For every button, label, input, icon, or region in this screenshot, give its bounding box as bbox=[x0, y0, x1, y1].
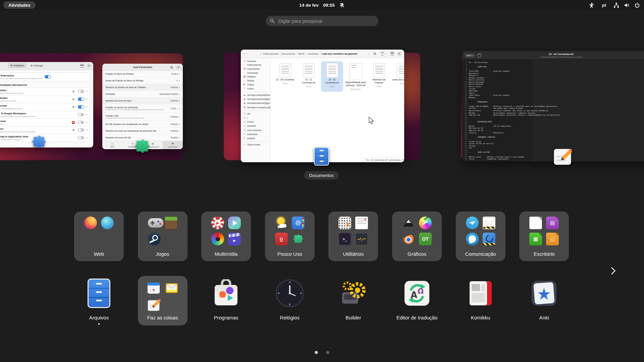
editor-path: ~/Documentos/BICM/coroinhas/Lista dos me… bbox=[540, 56, 582, 58]
app-folder-escritório[interactable]: ▤▦◱Escritório bbox=[519, 212, 569, 261]
text-editor-window-preview[interactable]: Abrir▾ 23 - 02 Coroinhas.txt ~/Documento… bbox=[462, 51, 644, 162]
sidebar-item: ◫extensions bbox=[241, 132, 270, 136]
steam-icon bbox=[148, 233, 161, 245]
home-icon: ⌂ bbox=[243, 64, 246, 66]
komikku-icon bbox=[466, 278, 496, 308]
sidebar-item: ◫/ bbox=[241, 116, 270, 120]
app-builder[interactable]: Builder bbox=[328, 276, 378, 325]
app-folder-web[interactable]: Web bbox=[74, 212, 124, 261]
app-folder-jogos[interactable]: Jogos bbox=[138, 212, 187, 261]
telegram-icon bbox=[466, 217, 479, 229]
top-bar: Atividades 14 de fev 09:55 pt bbox=[0, 0, 644, 10]
terminal-icon: >_ bbox=[338, 233, 351, 245]
gamepad-icon bbox=[148, 218, 163, 228]
minecraft-icon bbox=[165, 217, 177, 229]
jp-tab-perfil: ≡Perfil bbox=[102, 141, 122, 149]
search-bar[interactable] bbox=[266, 16, 378, 26]
keyboard-layout-indicator[interactable]: pt bbox=[602, 3, 606, 8]
home-icon: ⌂ bbox=[260, 52, 262, 55]
files-window-preview[interactable]: ‹ › ⌂Pasta pessoal/Documentos/BICM/coroi… bbox=[241, 50, 404, 162]
back-icon: ‹ bbox=[244, 52, 245, 56]
sidebar-item: ◫HD bbox=[241, 112, 270, 116]
calculator-icon bbox=[338, 217, 351, 229]
close-icon: × bbox=[397, 52, 401, 56]
app-arquivos[interactable]: Arquivos bbox=[74, 276, 124, 325]
jp-setting-row: Tamanho do Seletor de Área de TrabalhoPa… bbox=[102, 84, 183, 91]
sidebar-item: ◉henriquecamposrj@gm... bbox=[241, 97, 270, 101]
app-label: Komikku bbox=[456, 315, 505, 320]
app-komikku[interactable]: Komikku bbox=[456, 276, 505, 325]
sidebar-item: ◉henriquecamposrj@gm... bbox=[241, 101, 270, 105]
just-perfection-window-preview[interactable]: Just Perfection × Posição do Menu do Rel… bbox=[102, 64, 183, 149]
user-icon: ◉ bbox=[243, 102, 246, 105]
clocks-icon bbox=[275, 278, 305, 308]
extension-toggle bbox=[78, 98, 84, 101]
use-extensions-card: Use Extensions Extensions can cause perf… bbox=[0, 72, 90, 81]
extensions-icon bbox=[292, 233, 305, 245]
drive-icon: ◫ bbox=[243, 137, 246, 139]
status-bar: “23 - 02 Coroinhas.txt” selecionado (797… bbox=[362, 158, 404, 162]
app-folder-comunicação[interactable]: Comunicação bbox=[456, 212, 505, 261]
extension-row: Focus Indicatorindicate-focus@zdest-on-g… bbox=[0, 96, 90, 103]
perfil-icon: ≡ bbox=[112, 143, 113, 145]
chevron-down-icon: ▾ bbox=[86, 90, 87, 93]
weather-icon bbox=[275, 217, 288, 229]
app-relógios[interactable]: Relógios bbox=[265, 276, 315, 325]
folder-label: Web bbox=[74, 251, 124, 257]
app-anki[interactable]: ★Anki bbox=[519, 276, 569, 325]
extension-toggle bbox=[78, 105, 84, 109]
folder-label: Comunicação bbox=[456, 251, 505, 257]
jp-setting-row: tamanho do icone de traçoPadrão▾ bbox=[102, 98, 183, 104]
gear-icon: ⚙ bbox=[72, 129, 74, 132]
tab-overview-icon bbox=[478, 54, 481, 57]
next-page-chevron-icon[interactable] bbox=[608, 266, 615, 277]
gear-icon: ⚙ bbox=[72, 90, 74, 93]
svg-text:A: A bbox=[411, 290, 417, 300]
system-status-area[interactable] bbox=[613, 2, 640, 8]
app-label: Builder bbox=[328, 315, 378, 320]
clock-menu[interactable]: 14 de fev 09:55 bbox=[0, 0, 644, 10]
app-folder-gráficos[interactable]: OTGráficos bbox=[392, 212, 442, 261]
app-faz-as-coisas[interactable]: Faz as coisas bbox=[138, 276, 187, 325]
jp-setting-row: Alt-Tab Tamanho da Visualização da Janel… bbox=[102, 121, 183, 128]
editor-title: 23 - 02 Coroinhas.txt bbox=[540, 53, 582, 56]
user-icon: ◉ bbox=[243, 98, 246, 101]
forward-icon: › bbox=[247, 52, 249, 56]
file-item: 23 - 02 Coroinhas.txtTexto bbox=[321, 61, 343, 92]
app-label: Arquivos bbox=[74, 315, 124, 320]
chevron-down-icon: ▾ bbox=[179, 136, 180, 139]
file-icon bbox=[373, 63, 385, 77]
sidebar-item: ▦Imagens bbox=[241, 75, 270, 79]
jp-header: Just Perfection × bbox=[102, 64, 183, 71]
app-folder-pouco-uso[interactable]: @{}Pouco Uso bbox=[265, 212, 315, 261]
chevron-down-icon: ▾ bbox=[179, 93, 180, 95]
app-folder-multimídia[interactable]: Multimídia bbox=[201, 212, 251, 261]
app-folder-utilitários[interactable]: >_Utilitários bbox=[328, 212, 378, 261]
anki-icon: ★ bbox=[529, 279, 559, 308]
image-icon: ▦ bbox=[243, 75, 246, 78]
search-input[interactable] bbox=[278, 18, 374, 24]
page-dots bbox=[315, 351, 329, 354]
page-dot-2[interactable] bbox=[326, 351, 329, 354]
folder-label: Multimídia bbox=[201, 251, 251, 257]
video-icon: ▶ bbox=[243, 83, 246, 86]
app-programas[interactable]: Programas bbox=[201, 276, 251, 325]
accessibility-menu[interactable] bbox=[589, 2, 595, 8]
contacts-icon: @ bbox=[292, 217, 305, 229]
drive-icon: ◫ bbox=[243, 129, 246, 131]
extensions-section-label: Extensões Instaladas Manualmente bbox=[0, 84, 90, 86]
gnome-activities-overview: Atividades 14 de fev 09:55 pt bbox=[0, 0, 644, 362]
file-icon bbox=[397, 63, 405, 77]
extension-row: Just Perfectionjust-perfection-desktop@j… bbox=[0, 103, 90, 111]
power-icon bbox=[634, 2, 640, 8]
doc-icon: ▤ bbox=[243, 67, 246, 70]
drive-icon: ◫ bbox=[243, 121, 246, 123]
page-dot-1[interactable] bbox=[315, 351, 318, 354]
app-editor-de-tradução[interactable]: AΩEditor de tradução bbox=[392, 276, 442, 325]
svg-text:Ω: Ω bbox=[418, 287, 424, 295]
user-icon: ◉ bbox=[243, 106, 246, 109]
breadcrumb-segment: coroinhas bbox=[308, 52, 318, 55]
extensions-green-badge-icon bbox=[133, 137, 152, 156]
search-icon bbox=[270, 18, 275, 23]
inkscape-icon bbox=[402, 217, 415, 229]
